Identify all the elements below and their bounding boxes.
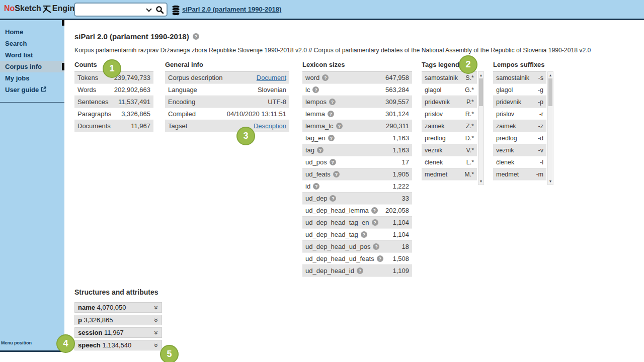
annotation-circle-2: 2 [459, 55, 477, 74]
row-value: -z [538, 123, 543, 130]
scroll-up-icon[interactable]: ▲ [479, 73, 483, 77]
main-content: siParl 2.0 (parlament 1990-2018) ? Korpu… [64, 20, 644, 362]
corpus-search-box [74, 3, 168, 17]
chevron-down-icon[interactable] [146, 6, 151, 12]
scrollbar-thumb[interactable] [479, 78, 483, 106]
expand-icon[interactable]: » [153, 318, 160, 322]
sidebar-item-label: Search [5, 38, 27, 49]
table-row: lempos?309,557 [302, 96, 412, 108]
structure-name: name [78, 304, 95, 311]
sidebar-item-label: My jobs [5, 72, 29, 84]
table-row: predlog-d [493, 132, 546, 144]
structure-row[interactable]: p 3,326,865» [74, 315, 162, 325]
help-icon[interactable]: ? [329, 99, 336, 105]
help-icon[interactable]: ? [333, 171, 340, 177]
scrollbar-track[interactable]: ▲ ▼ [478, 71, 484, 185]
help-icon[interactable]: ? [330, 159, 336, 165]
row-link[interactable]: Document [257, 74, 286, 81]
row-value: 18 [402, 243, 409, 250]
search-icon[interactable] [155, 6, 164, 14]
table-row: samostalnik-s [493, 72, 546, 84]
external-link-icon [41, 86, 46, 92]
expand-icon[interactable]: » [153, 306, 160, 310]
structure-row[interactable]: name 4,070,050» [74, 302, 162, 313]
help-icon[interactable]: ? [328, 111, 334, 117]
help-icon[interactable]: ? [357, 267, 363, 274]
sidebar-item-label: Corpus info [5, 61, 42, 72]
page-title-text: siParl 2.0 (parlament 1990-2018) [74, 32, 189, 41]
row-value: S.* [465, 74, 474, 81]
row-label: lc? [305, 86, 319, 94]
help-icon[interactable]: ? [313, 183, 319, 190]
corpus-description-text: Korpus parlamentarnih razprav Državnega … [74, 47, 644, 54]
sidebar-item-user-guide[interactable]: User guide [0, 84, 64, 96]
row-value: 1,905 [392, 170, 409, 178]
top-bar: NoSketchEngine siParl 2.0 (parlament 199… [0, 0, 644, 20]
table-row: lemma_lc?290,311 [302, 120, 412, 132]
row-label: veznik [425, 147, 442, 154]
help-icon[interactable]: ? [371, 207, 378, 214]
table-row: lemma?301,124 [302, 108, 412, 120]
row-value: L.* [466, 159, 474, 166]
help-icon[interactable]: ? [312, 86, 319, 93]
help-icon[interactable]: ? [372, 219, 378, 226]
scrollbar-thumb[interactable] [548, 78, 552, 106]
structure-count: 1,134,540 [101, 341, 131, 349]
help-icon[interactable]: ? [322, 74, 329, 81]
row-label: samostalnik [425, 74, 458, 81]
structure-row[interactable]: session 11,967» [74, 327, 162, 338]
table-row: Corpus descriptionDocument [165, 72, 289, 84]
help-icon[interactable]: ? [336, 123, 343, 129]
sidebar-item-label: User guide [5, 84, 39, 96]
help-icon[interactable]: ? [377, 255, 383, 262]
help-icon[interactable]: ? [330, 195, 336, 202]
table-row: prislovR.* [422, 108, 477, 120]
sidebar-item-label: Word list [5, 49, 33, 61]
nosketch-engine-logo[interactable]: NoSketchEngine [4, 4, 79, 14]
row-label: ud_dep_head_ud_pos? [305, 243, 379, 250]
database-icon[interactable] [172, 5, 180, 16]
scroll-down-icon[interactable]: ▼ [479, 179, 483, 184]
row-label: Compiled [168, 110, 196, 118]
table-title: General info [165, 61, 289, 68]
row-value: 04/10/2020 13:11:51 [227, 110, 286, 118]
corpus-search-input[interactable] [78, 6, 147, 14]
expand-icon[interactable]: » [153, 343, 160, 347]
row-label: pridevnik [496, 99, 521, 106]
scroll-up-icon[interactable]: ▲ [549, 73, 552, 77]
row-value: -l [540, 159, 543, 166]
table-row: ud_dep_head_lemma?202,058 [302, 205, 412, 217]
menu-resize-handle[interactable] [62, 20, 64, 26]
row-label: Encoding [168, 98, 195, 106]
row-value: -v [538, 147, 543, 154]
sidebar-item-my-jobs[interactable]: My jobs [0, 72, 64, 84]
help-icon[interactable]: ? [317, 147, 324, 153]
row-label: glagol [496, 86, 513, 94]
structure-row[interactable]: speech 1,134,540» [74, 340, 162, 350]
sidebar-item-word-list[interactable]: Word list [0, 49, 64, 61]
logo-text-sketch: Sketch [15, 4, 41, 13]
current-corpus-link[interactable]: siParl 2.0 (parlament 1990-2018) [182, 6, 281, 13]
row-value: 11,967 [131, 122, 150, 130]
table-row: medmet-m [493, 168, 546, 180]
sidebar-item-search[interactable]: Search [0, 38, 64, 49]
sidebar-item-home[interactable]: Home [0, 26, 64, 38]
page-title: siParl 2.0 (parlament 1990-2018) ? [74, 32, 644, 41]
annotation-circle-3: 3 [236, 127, 255, 145]
table-row: pridevnikP.* [422, 96, 477, 108]
table-row: ud_dep_head_ud_pos?18 [302, 241, 412, 253]
sidebar: HomeSearchWord listCorpus infoMy jobsUse… [0, 20, 64, 352]
row-label: Tokens [77, 74, 98, 81]
row-label: ud_dep_head_tag? [305, 231, 367, 238]
help-icon[interactable]: ? [361, 231, 367, 238]
scrollbar-track[interactable]: ▲ ▼ [547, 71, 553, 185]
row-link[interactable]: Description [254, 122, 286, 130]
row-value: R.* [465, 111, 474, 118]
row-value: 17 [402, 158, 409, 166]
sidebar-item-corpus-info[interactable]: Corpus info [0, 61, 64, 72]
help-icon[interactable]: ? [373, 243, 379, 250]
scroll-down-icon[interactable]: ▼ [549, 179, 552, 184]
help-icon[interactable]: ? [328, 135, 335, 141]
help-icon[interactable]: ? [193, 33, 199, 40]
expand-icon[interactable]: » [153, 331, 160, 335]
